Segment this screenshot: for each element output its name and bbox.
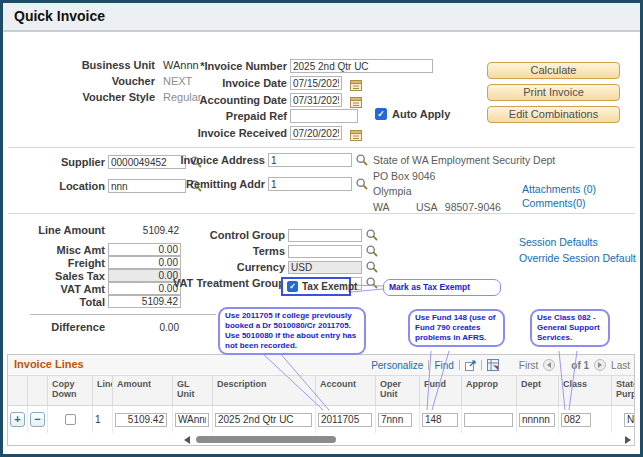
- difference-separator: [30, 314, 216, 315]
- row-account-input[interactable]: [318, 413, 372, 427]
- column-header-remove: [28, 376, 48, 405]
- separator: [8, 147, 635, 148]
- remitting-addr-row: Remitting Addr: [173, 177, 369, 191]
- grid-title: Invoice Lines: [14, 358, 84, 370]
- difference-row: Difference 0.00: [23, 321, 179, 333]
- scrollbar-thumb[interactable]: [196, 436, 336, 443]
- row-dept-input[interactable]: [519, 413, 555, 427]
- add-row-button[interactable]: +: [10, 412, 25, 427]
- invoice-received-row: Invoice Received: [163, 126, 362, 140]
- prepaid-ref-input[interactable]: [290, 109, 358, 123]
- control-group-input[interactable]: [288, 229, 362, 242]
- first-label[interactable]: First: [519, 360, 538, 371]
- auto-apply-row: ✓ Auto Apply: [375, 108, 450, 120]
- attachments-link[interactable]: Attachments (0): [522, 183, 596, 195]
- class-note-callout: Use Class 082 - General Support Services…: [530, 309, 610, 347]
- find-link[interactable]: Find: [434, 360, 453, 371]
- column-header-description: Description: [213, 376, 316, 405]
- voucher-label: Voucher: [45, 75, 155, 87]
- terms-label: Terms: [165, 245, 285, 257]
- calendar-icon[interactable]: [350, 127, 362, 139]
- last-label[interactable]: Last: [611, 360, 630, 371]
- vat-amt-label: VAT Amt: [23, 283, 105, 295]
- row-approp-input[interactable]: [464, 413, 513, 427]
- invoice-date-label: Invoice Date: [163, 77, 287, 89]
- quick-invoice-window: Quick Invoice Business Unit WAnnn Vouche…: [0, 0, 643, 457]
- account-note-callout: Use 2011705 if college previously booked…: [218, 307, 366, 355]
- currency-input[interactable]: [288, 261, 362, 274]
- comments-link[interactable]: Comments(0): [522, 197, 586, 209]
- terms-input[interactable]: [288, 245, 362, 258]
- invoice-received-input[interactable]: [290, 126, 342, 140]
- row-class-input[interactable]: [561, 413, 591, 427]
- column-header-copy-down: Copy Down: [48, 376, 93, 405]
- row-state-purpo-input[interactable]: [624, 413, 634, 427]
- page-range-label: of 1: [571, 360, 589, 371]
- invoice-address-row: Invoice Address: [173, 153, 369, 167]
- edit-combinations-button[interactable]: Edit Combinations: [487, 106, 620, 123]
- invoice-address-label: Invoice Address: [173, 154, 265, 166]
- column-header-line: Line: [93, 376, 113, 405]
- lookup-icon[interactable]: [355, 153, 369, 167]
- control-group-row: Control Group: [165, 228, 379, 242]
- total-label: Total: [23, 296, 105, 308]
- row-gl-unit-input[interactable]: [175, 413, 209, 427]
- column-header-amount: Amount: [113, 376, 173, 405]
- download-grid-icon[interactable]: [487, 359, 499, 371]
- remove-row-button[interactable]: −: [30, 412, 45, 427]
- scroll-right-icon[interactable]: [625, 436, 631, 444]
- calendar-icon[interactable]: [350, 94, 362, 106]
- row-fund-input[interactable]: [422, 413, 458, 427]
- total-input[interactable]: [108, 295, 181, 308]
- print-invoice-button[interactable]: Print Invoice: [487, 84, 620, 101]
- toolbar-separator: [428, 360, 429, 370]
- prepaid-ref-label: Prepaid Ref: [163, 110, 287, 122]
- invoice-number-label: *Invoice Number: [163, 60, 287, 72]
- total-row: Total: [23, 295, 181, 308]
- invoice-number-input[interactable]: [290, 59, 433, 73]
- row-amount-input[interactable]: [115, 413, 167, 427]
- accounting-date-label: Accounting Date: [163, 94, 287, 106]
- calendar-icon[interactable]: [350, 77, 362, 89]
- lookup-icon[interactable]: [365, 260, 379, 274]
- popout-icon[interactable]: [465, 360, 476, 371]
- lookup-icon[interactable]: [355, 177, 369, 191]
- accounting-date-input[interactable]: [290, 93, 342, 107]
- line-number: 1: [95, 414, 101, 425]
- tax-exempt-checkbox[interactable]: ✓: [287, 281, 298, 292]
- lookup-icon[interactable]: [365, 228, 379, 242]
- tax-exempt-label: Tax Exempt: [302, 281, 357, 292]
- auto-apply-checkbox[interactable]: ✓: [375, 108, 387, 120]
- copy-down-checkbox[interactable]: [65, 414, 76, 425]
- session-defaults-link[interactable]: Session Defaults: [519, 236, 598, 248]
- misc-amt-row: Misc Amt: [23, 243, 181, 256]
- invoice-date-row: Invoice Date: [163, 76, 362, 90]
- personalize-link[interactable]: Personalize: [371, 360, 423, 371]
- row-description-input[interactable]: [215, 413, 312, 427]
- vat-amt-row: VAT Amt: [23, 282, 181, 295]
- scroll-left-icon[interactable]: [184, 436, 190, 444]
- column-header-gl-unit: GL Unit: [173, 376, 213, 405]
- invoice-date-input[interactable]: [290, 76, 342, 90]
- previous-page-icon[interactable]: [543, 359, 555, 371]
- invoice-address-input[interactable]: [268, 153, 352, 167]
- lookup-icon[interactable]: [365, 244, 379, 258]
- supplier-label: Supplier: [23, 156, 105, 168]
- column-header-oper-unit: Oper Unit: [376, 376, 420, 405]
- column-header-add: [8, 376, 28, 405]
- separator: [8, 213, 635, 214]
- lookup-icon[interactable]: [365, 276, 379, 290]
- next-page-icon[interactable]: [594, 359, 606, 371]
- line-amount-label: Line Amount: [23, 224, 105, 236]
- calculate-button[interactable]: Calculate: [487, 62, 620, 79]
- remitting-addr-input[interactable]: [268, 177, 352, 191]
- invoice-received-label: Invoice Received: [163, 127, 287, 139]
- override-session-default-link[interactable]: Override Session Default: [519, 252, 636, 264]
- control-group-label: Control Group: [165, 229, 285, 241]
- row-oper-unit-input[interactable]: [378, 413, 412, 427]
- freight-label: Freight: [23, 257, 105, 269]
- check-icon: ✓: [289, 283, 296, 291]
- column-header-fund: Fund: [420, 376, 462, 405]
- table-row: + − 1: [8, 406, 634, 433]
- address-line2: PO Box 9046: [373, 169, 555, 185]
